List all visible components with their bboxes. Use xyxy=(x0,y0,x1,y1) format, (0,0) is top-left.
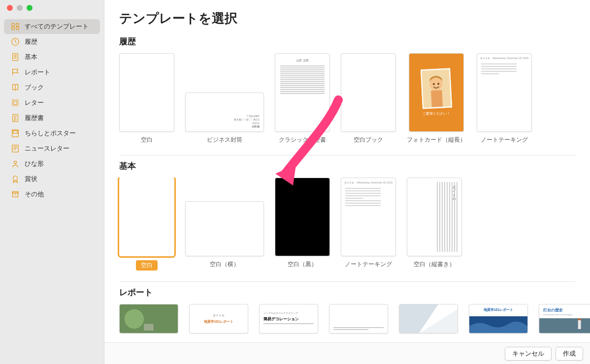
sidebar-item-stationery[interactable]: ひな形 xyxy=(4,156,100,171)
svg-point-22 xyxy=(125,309,144,329)
template-tile[interactable]: 〒321-4567東京都〇〇区〇〇町1-1会社名太郎 様 ビジネス封筒 xyxy=(185,53,264,144)
scroll-area[interactable]: テンプレートを選択 履歴 空白 〒321-4567東京都〇〇区〇〇町1-1会社名… xyxy=(104,0,590,342)
sidebar-item-label: 基本 xyxy=(25,53,37,61)
sidebar-item-basic[interactable]: 基本 xyxy=(4,50,100,64)
sidebar-item-book[interactable]: ブック xyxy=(4,80,100,95)
template-tile[interactable]: シンプルなホームスタイリング 簡易デコレーション xyxy=(259,304,318,334)
template-chooser-window: すべてのテンプレート 履歴 基本 レポート ブック xyxy=(0,0,590,364)
minimize-window-button[interactable] xyxy=(17,5,23,11)
page-title: テンプレートを選択 xyxy=(119,10,590,27)
template-tile[interactable] xyxy=(399,304,458,334)
sidebar-item-label: その他 xyxy=(25,190,44,199)
main-content: テンプレートを選択 履歴 空白 〒321-4567東京都〇〇区〇〇町1-1会社名… xyxy=(104,0,590,364)
sidebar-item-resume[interactable]: 履歴書 xyxy=(4,111,100,125)
sidebar-item-letter[interactable]: レター xyxy=(4,95,100,110)
template-thumb-report xyxy=(329,304,388,334)
svg-rect-29 xyxy=(578,320,581,329)
badge-icon xyxy=(11,68,20,77)
template-tile[interactable]: 空白 xyxy=(119,178,174,271)
template-tile[interactable]: タイトル 地質学101レポート xyxy=(189,304,248,334)
sidebar-item-all-templates[interactable]: すべてのテンプレート xyxy=(4,19,100,34)
template-tile[interactable]: 空白（黒） xyxy=(275,178,330,271)
template-thumb-blank xyxy=(119,53,174,132)
svg-rect-23 xyxy=(144,324,154,331)
template-tile[interactable]: ご参加ください！ フォトカード（縦長） xyxy=(407,53,466,144)
template-tile[interactable]: タイトル 空白（縦書き） xyxy=(407,178,462,271)
create-button[interactable]: 作成 xyxy=(556,347,583,361)
template-thumb-blank-black xyxy=(275,178,330,256)
sidebar-item-label: すべてのテンプレート xyxy=(25,22,89,31)
archive-icon xyxy=(11,190,20,199)
svg-rect-20 xyxy=(431,90,443,107)
sidebar-item-certificate[interactable]: 賞状 xyxy=(4,172,100,186)
svg-rect-0 xyxy=(12,24,14,26)
footer: キャンセル 作成 xyxy=(104,342,590,364)
book-icon xyxy=(11,83,20,92)
template-thumb-report-lighthouse: 灯台の歴史 Lorem ipsum dolor sit amet ligula xyxy=(539,304,590,334)
template-tile[interactable]: タイトルWednesday, December 18, 2019 ノートテーキン… xyxy=(341,178,396,271)
window-controls xyxy=(7,5,33,11)
svg-point-12 xyxy=(14,161,16,164)
template-tile[interactable]: 地質学101レポート xyxy=(469,304,528,334)
svg-rect-11 xyxy=(12,145,19,152)
sidebar-item-newsletter[interactable]: ニュースレター xyxy=(4,141,100,156)
svg-rect-3 xyxy=(16,27,19,30)
template-label: 空白（横） xyxy=(210,260,239,269)
template-label: 空白（縦書き） xyxy=(414,260,455,269)
template-thumb-photo-card: ご参加ください！ xyxy=(409,53,464,132)
sidebar-item-label: 賞状 xyxy=(25,175,37,183)
svg-point-13 xyxy=(13,176,18,181)
cancel-button[interactable]: キャンセル xyxy=(505,347,552,361)
template-tile[interactable]: 灯台の歴史 Lorem ipsum dolor sit amet ligula xyxy=(539,304,590,334)
page-icon xyxy=(11,53,20,61)
section-title-report: レポート xyxy=(119,287,590,298)
template-thumb-report-geology2: 地質学101レポート xyxy=(469,304,528,334)
section-divider xyxy=(119,155,575,155)
svg-rect-1 xyxy=(16,24,19,26)
sidebar-item-other[interactable]: その他 xyxy=(4,187,100,202)
template-tile[interactable] xyxy=(119,304,178,334)
sidebar-item-label: ひな形 xyxy=(25,159,44,168)
award-icon xyxy=(11,175,20,183)
template-thumb-business-envelope: 〒321-4567東京都〇〇区〇〇町1-1会社名太郎 様 xyxy=(185,92,264,132)
template-row-recent: 空白 〒321-4567東京都〇〇区〇〇町1-1会社名太郎 様 ビジネス封筒 山… xyxy=(104,53,590,151)
template-label: ビジネス封筒 xyxy=(207,136,242,144)
template-label-selected: 空白 xyxy=(136,260,158,271)
template-label: クラシック履歴書 xyxy=(279,136,326,144)
photo-card-caption: ご参加ください！ xyxy=(423,111,450,116)
sidebar-item-recent[interactable]: 履歴 xyxy=(4,34,100,49)
template-tile[interactable]: 山田 太郎 クラシック履歴書 xyxy=(275,53,330,144)
svg-rect-28 xyxy=(539,318,590,333)
template-tile[interactable]: 空白ブック xyxy=(341,53,396,144)
svg-rect-7 xyxy=(13,101,17,104)
sidebar-item-label: レポート xyxy=(25,68,50,77)
svg-rect-5 xyxy=(13,54,18,61)
template-label: フォトカード（縦長） xyxy=(407,136,466,144)
stamp-icon xyxy=(11,98,20,107)
template-thumb-report-geology: タイトル 地質学101レポート xyxy=(189,304,248,334)
zoom-window-button[interactable] xyxy=(27,5,33,11)
close-window-button[interactable] xyxy=(7,5,13,11)
grid-icon xyxy=(11,22,20,31)
svg-rect-6 xyxy=(12,100,19,106)
template-thumb-blank-landscape xyxy=(185,201,264,256)
template-thumb-report-deco: シンプルなホームスタイリング 簡易デコレーション xyxy=(259,304,318,334)
template-label: ノートテーキング xyxy=(345,260,392,269)
template-thumb-note-taking: タイトルWednesday, December 18, 2019 xyxy=(341,178,396,256)
template-tile[interactable] xyxy=(329,304,388,334)
template-tile[interactable]: 空白 xyxy=(119,53,174,144)
svg-rect-15 xyxy=(13,193,18,197)
child-photo-placeholder xyxy=(422,69,451,108)
template-tile[interactable]: タイトルWednesday, December 18, 2019 ノートテーキン… xyxy=(477,53,532,144)
sidebar-item-poster[interactable]: ちらしとポスター xyxy=(4,126,100,141)
newsletter-icon xyxy=(11,144,20,153)
sidebar-item-report[interactable]: レポート xyxy=(4,65,100,80)
template-label: 空白（黒） xyxy=(288,260,317,269)
resume-icon xyxy=(11,114,20,122)
sidebar-item-label: ニュースレター xyxy=(25,144,69,153)
svg-rect-2 xyxy=(12,27,14,30)
section-title-basic: 基本 xyxy=(119,160,590,172)
template-tile[interactable]: 空白（横） xyxy=(185,178,264,271)
template-thumb-blank-vertical: タイトル xyxy=(407,178,462,256)
template-row-basic: 空白 空白（横） 空白（黒） タイトルWednesday, December 1… xyxy=(104,178,590,277)
